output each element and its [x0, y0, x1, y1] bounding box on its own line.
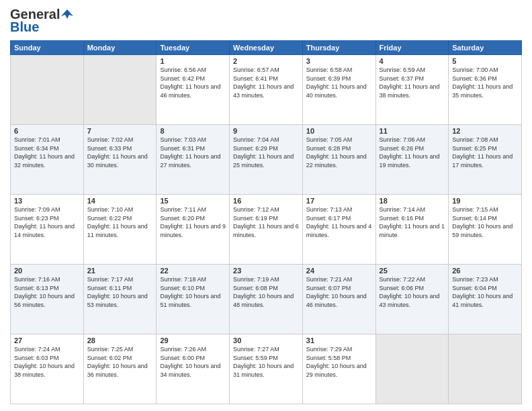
- day-number: 17: [306, 197, 372, 205]
- day-number: 14: [87, 197, 153, 205]
- calendar-cell: 16Sunrise: 7:12 AMSunset: 6:19 PMDayligh…: [230, 195, 303, 265]
- calendar-cell: 18Sunrise: 7:14 AMSunset: 6:16 PMDayligh…: [375, 195, 449, 265]
- day-number: 9: [233, 127, 299, 135]
- weekday-header: Saturday: [449, 41, 522, 55]
- day-number: 5: [452, 57, 518, 65]
- day-info: Sunrise: 7:06 AMSunset: 6:26 PMDaylight:…: [380, 136, 445, 169]
- weekday-header: Sunday: [11, 41, 84, 55]
- day-number: 27: [14, 336, 80, 345]
- page: General Blue SundayMondayTuesdayWednesda…: [0, 0, 532, 411]
- day-info: Sunrise: 7:24 AMSunset: 6:03 PMDaylight:…: [14, 345, 80, 379]
- day-number: 30: [233, 336, 299, 345]
- calendar-cell: 3Sunrise: 6:58 AMSunset: 6:39 PMDaylight…: [302, 55, 375, 125]
- weekday-header: Monday: [83, 41, 157, 55]
- day-number: 25: [380, 267, 445, 275]
- day-info: Sunrise: 7:10 AMSunset: 6:22 PMDaylight:…: [87, 205, 153, 239]
- calendar-cell: 13Sunrise: 7:09 AMSunset: 6:23 PMDayligh…: [11, 195, 84, 265]
- day-info: Sunrise: 7:03 AMSunset: 6:31 PMDaylight:…: [160, 136, 226, 169]
- logo-bird-icon: [61, 8, 73, 20]
- day-number: 23: [233, 267, 299, 275]
- calendar-header-row: SundayMondayTuesdayWednesdayThursdayFrid…: [11, 41, 522, 55]
- calendar-cell: 5Sunrise: 7:00 AMSunset: 6:36 PMDaylight…: [449, 55, 522, 125]
- calendar-cell: 26Sunrise: 7:23 AMSunset: 6:04 PMDayligh…: [449, 265, 522, 334]
- day-number: 3: [306, 57, 372, 65]
- day-number: 11: [380, 127, 445, 135]
- day-info: Sunrise: 7:15 AMSunset: 6:14 PMDaylight:…: [452, 205, 518, 239]
- calendar-cell: 30Sunrise: 7:27 AMSunset: 5:59 PMDayligh…: [230, 334, 303, 404]
- day-info: Sunrise: 6:56 AMSunset: 6:42 PMDaylight:…: [160, 66, 226, 99]
- calendar-cell: 14Sunrise: 7:10 AMSunset: 6:22 PMDayligh…: [83, 195, 157, 265]
- calendar-week-row: 13Sunrise: 7:09 AMSunset: 6:23 PMDayligh…: [11, 195, 522, 265]
- day-number: 1: [160, 57, 226, 65]
- calendar-cell: [83, 55, 157, 125]
- calendar-cell: 20Sunrise: 7:16 AMSunset: 6:13 PMDayligh…: [11, 265, 84, 334]
- calendar-cell: 12Sunrise: 7:08 AMSunset: 6:25 PMDayligh…: [449, 125, 522, 195]
- calendar-cell: 24Sunrise: 7:21 AMSunset: 6:07 PMDayligh…: [302, 265, 375, 334]
- day-number: 4: [380, 57, 445, 65]
- day-info: Sunrise: 7:29 AMSunset: 5:58 PMDaylight:…: [306, 345, 372, 379]
- day-info: Sunrise: 7:22 AMSunset: 6:06 PMDaylight:…: [380, 275, 445, 309]
- day-number: 10: [306, 127, 372, 135]
- calendar-week-row: 27Sunrise: 7:24 AMSunset: 6:03 PMDayligh…: [11, 334, 522, 404]
- header: General Blue: [10, 7, 522, 35]
- calendar-table: SundayMondayTuesdayWednesdayThursdayFrid…: [10, 40, 522, 404]
- day-number: 13: [14, 197, 80, 205]
- calendar-cell: 10Sunrise: 7:05 AMSunset: 6:28 PMDayligh…: [302, 125, 375, 195]
- day-info: Sunrise: 7:08 AMSunset: 6:25 PMDaylight:…: [452, 136, 518, 169]
- calendar-cell: 22Sunrise: 7:18 AMSunset: 6:10 PMDayligh…: [157, 265, 230, 334]
- day-number: 8: [160, 127, 226, 135]
- day-info: Sunrise: 7:11 AMSunset: 6:20 PMDaylight:…: [160, 205, 226, 239]
- day-number: 26: [452, 267, 518, 275]
- day-info: Sunrise: 7:09 AMSunset: 6:23 PMDaylight:…: [14, 205, 80, 239]
- calendar-cell: 15Sunrise: 7:11 AMSunset: 6:20 PMDayligh…: [157, 195, 230, 265]
- day-info: Sunrise: 6:59 AMSunset: 6:37 PMDaylight:…: [380, 66, 445, 99]
- day-number: 29: [160, 336, 226, 345]
- day-number: 21: [87, 267, 153, 275]
- calendar-cell: 21Sunrise: 7:17 AMSunset: 6:11 PMDayligh…: [83, 265, 157, 334]
- calendar-week-row: 1Sunrise: 6:56 AMSunset: 6:42 PMDaylight…: [11, 55, 522, 125]
- day-info: Sunrise: 7:18 AMSunset: 6:10 PMDaylight:…: [160, 275, 226, 309]
- day-number: 22: [160, 267, 226, 275]
- calendar-cell: 8Sunrise: 7:03 AMSunset: 6:31 PMDaylight…: [157, 125, 230, 195]
- calendar-cell: 28Sunrise: 7:25 AMSunset: 6:02 PMDayligh…: [83, 334, 157, 404]
- logo: General Blue: [10, 7, 73, 35]
- calendar-cell: 23Sunrise: 7:19 AMSunset: 6:08 PMDayligh…: [230, 265, 303, 334]
- day-number: 19: [452, 197, 518, 205]
- day-info: Sunrise: 7:14 AMSunset: 6:16 PMDaylight:…: [380, 205, 445, 239]
- day-info: Sunrise: 7:23 AMSunset: 6:04 PMDaylight:…: [452, 275, 518, 309]
- day-number: 16: [233, 197, 299, 205]
- day-number: 24: [306, 267, 372, 275]
- day-info: Sunrise: 7:02 AMSunset: 6:33 PMDaylight:…: [87, 136, 153, 169]
- day-number: 15: [160, 197, 226, 205]
- calendar-cell: 7Sunrise: 7:02 AMSunset: 6:33 PMDaylight…: [83, 125, 157, 195]
- calendar-cell: 17Sunrise: 7:13 AMSunset: 6:17 PMDayligh…: [302, 195, 375, 265]
- calendar-cell: 4Sunrise: 6:59 AMSunset: 6:37 PMDaylight…: [375, 55, 449, 125]
- day-info: Sunrise: 7:19 AMSunset: 6:08 PMDaylight:…: [233, 275, 299, 309]
- day-info: Sunrise: 7:00 AMSunset: 6:36 PMDaylight:…: [452, 66, 518, 99]
- calendar-cell: 6Sunrise: 7:01 AMSunset: 6:34 PMDaylight…: [11, 125, 84, 195]
- day-number: 20: [14, 267, 80, 275]
- calendar-cell: 9Sunrise: 7:04 AMSunset: 6:29 PMDaylight…: [230, 125, 303, 195]
- calendar-cell: [11, 55, 84, 125]
- day-number: 28: [87, 336, 153, 345]
- day-number: 2: [233, 57, 299, 65]
- day-info: Sunrise: 7:16 AMSunset: 6:13 PMDaylight:…: [14, 275, 80, 309]
- calendar-cell: 25Sunrise: 7:22 AMSunset: 6:06 PMDayligh…: [375, 265, 449, 334]
- day-number: 31: [306, 336, 372, 345]
- day-info: Sunrise: 7:05 AMSunset: 6:28 PMDaylight:…: [306, 136, 372, 169]
- calendar-cell: [449, 334, 522, 404]
- calendar-cell: 2Sunrise: 6:57 AMSunset: 6:41 PMDaylight…: [230, 55, 303, 125]
- day-number: 6: [14, 127, 80, 135]
- weekday-header: Thursday: [302, 41, 375, 55]
- weekday-header: Tuesday: [157, 41, 230, 55]
- day-info: Sunrise: 7:25 AMSunset: 6:02 PMDaylight:…: [87, 345, 153, 379]
- day-number: 18: [380, 197, 445, 205]
- day-info: Sunrise: 7:21 AMSunset: 6:07 PMDaylight:…: [306, 275, 372, 309]
- day-number: 7: [87, 127, 153, 135]
- weekday-header: Friday: [375, 41, 449, 55]
- svg-marker-0: [61, 9, 73, 19]
- calendar-week-row: 20Sunrise: 7:16 AMSunset: 6:13 PMDayligh…: [11, 265, 522, 334]
- logo-blue: Blue: [10, 19, 39, 35]
- day-info: Sunrise: 7:04 AMSunset: 6:29 PMDaylight:…: [233, 136, 299, 169]
- calendar-cell: 1Sunrise: 6:56 AMSunset: 6:42 PMDaylight…: [157, 55, 230, 125]
